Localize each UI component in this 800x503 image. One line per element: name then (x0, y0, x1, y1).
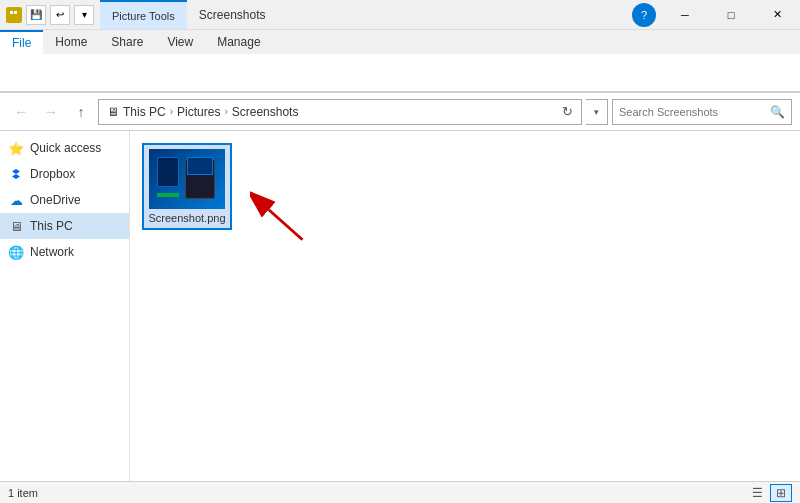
details-view-button[interactable]: ☰ (746, 484, 768, 502)
status-item-count: 1 item (8, 487, 38, 499)
sidebar-label-network: Network (30, 245, 74, 259)
path-sep-2: › (224, 106, 227, 117)
path-sep-1: › (170, 106, 173, 117)
tab-share[interactable]: Share (99, 30, 155, 54)
svg-rect-1 (10, 11, 13, 14)
breadcrumb-path: 🖥 This PC › Pictures › Screenshots (107, 105, 298, 119)
title-bar-left: 💾 ↩ ▾ (0, 0, 100, 29)
main-area: ⭐ Quick access Dropbox ☁ OneDrive 🖥 This… (0, 131, 800, 481)
file-item-screenshot[interactable]: Screenshot.png (142, 143, 232, 230)
cloud-icon: ☁ (8, 192, 24, 208)
computer-icon: 🖥 (8, 218, 24, 234)
sidebar-label-quickaccess: Quick access (30, 141, 101, 155)
ribbon-content (0, 54, 800, 92)
search-box: 🔍 (612, 99, 792, 125)
address-bar-container: ← → ↑ 🖥 This PC › Pictures › Screenshots… (0, 93, 800, 131)
thumb-box (157, 157, 179, 187)
address-bar[interactable]: 🖥 This PC › Pictures › Screenshots ↻ (98, 99, 582, 125)
file-thumbnail (149, 149, 225, 209)
title-bar-center: Picture Tools Screenshots (100, 0, 626, 29)
status-bar: 1 item ☰ ⊞ (0, 481, 800, 503)
tab-home[interactable]: Home (43, 30, 99, 54)
red-arrow (250, 191, 310, 251)
title-bar: 💾 ↩ ▾ Picture Tools Screenshots ? ─ □ ✕ (0, 0, 800, 30)
refresh-icon[interactable]: ↻ (562, 104, 573, 119)
picture-tools-label: Picture Tools (100, 0, 187, 29)
tab-file[interactable]: File (0, 30, 43, 54)
help-button[interactable]: ? (632, 3, 656, 27)
view-buttons: ☰ ⊞ (746, 484, 792, 502)
tab-manage[interactable]: Manage (205, 30, 272, 54)
tab-view[interactable]: View (155, 30, 205, 54)
sidebar-item-thispc[interactable]: 🖥 This PC (0, 213, 129, 239)
sidebar-label-dropbox: Dropbox (30, 167, 75, 181)
file-name: Screenshot.png (148, 212, 226, 224)
breadcrumb-screenshots[interactable]: Screenshots (232, 105, 299, 119)
svg-line-5 (269, 210, 303, 240)
star-icon: ⭐ (8, 140, 24, 156)
close-button[interactable]: ✕ (754, 0, 800, 30)
minimize-button[interactable]: ─ (662, 0, 708, 30)
search-input[interactable] (619, 106, 766, 118)
address-dropdown-button[interactable]: ▾ (586, 99, 608, 125)
sidebar-item-network[interactable]: 🌐 Network (0, 239, 129, 265)
app-icon (6, 7, 22, 23)
title-bar-controls: ? ─ □ ✕ (626, 0, 800, 29)
quick-access-save[interactable]: 💾 (26, 5, 46, 25)
breadcrumb-computer-icon: 🖥 (107, 105, 119, 119)
breadcrumb-pictures[interactable]: Pictures (177, 105, 220, 119)
thumb-green-bar (157, 193, 179, 197)
large-icons-view-button[interactable]: ⊞ (770, 484, 792, 502)
sidebar-item-dropbox[interactable]: Dropbox (0, 161, 129, 187)
window-title: Screenshots (187, 8, 278, 22)
back-button[interactable]: ← (8, 99, 34, 125)
ribbon: File Home Share View Manage (0, 30, 800, 93)
forward-button[interactable]: → (38, 99, 64, 125)
thumbnail-image (149, 149, 225, 209)
sidebar-item-onedrive[interactable]: ☁ OneDrive (0, 187, 129, 213)
sidebar-label-thispc: This PC (30, 219, 73, 233)
content-area: Screenshot.png (130, 131, 800, 481)
dropbox-icon (8, 166, 24, 182)
svg-marker-3 (12, 169, 20, 179)
maximize-button[interactable]: □ (708, 0, 754, 30)
thumb-screen (187, 157, 213, 175)
up-button[interactable]: ↑ (68, 99, 94, 125)
search-icon: 🔍 (770, 105, 785, 119)
quick-access-dropdown[interactable]: ▾ (74, 5, 94, 25)
network-icon: 🌐 (8, 244, 24, 260)
ribbon-tabs: File Home Share View Manage (0, 30, 800, 54)
quick-access-undo[interactable]: ↩ (50, 5, 70, 25)
sidebar-item-quickaccess[interactable]: ⭐ Quick access (0, 135, 129, 161)
svg-rect-2 (14, 11, 17, 14)
sidebar: ⭐ Quick access Dropbox ☁ OneDrive 🖥 This… (0, 131, 130, 481)
sidebar-label-onedrive: OneDrive (30, 193, 81, 207)
breadcrumb-thispc[interactable]: This PC (123, 105, 166, 119)
